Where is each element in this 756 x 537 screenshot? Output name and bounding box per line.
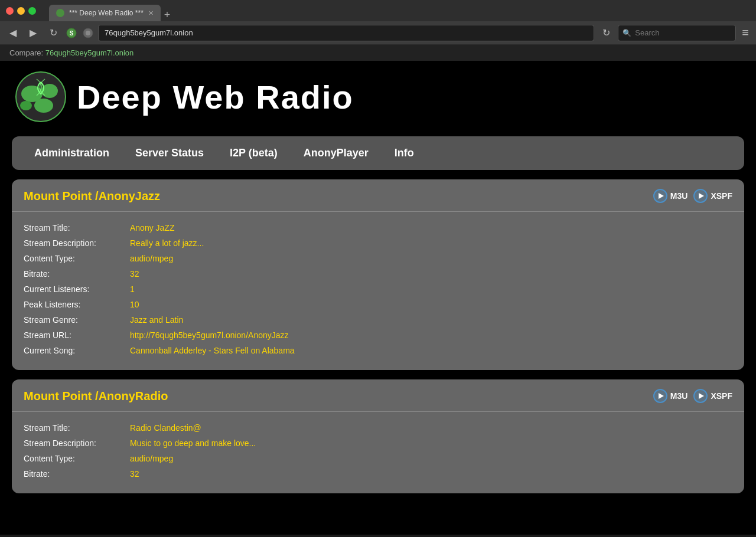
- maximize-window-button[interactable]: [28, 7, 36, 15]
- new-tab-button[interactable]: +: [161, 9, 174, 21]
- xspf-button-anony-radio[interactable]: XSPF: [693, 389, 732, 403]
- field-value: Music to go deep and make love...: [130, 438, 256, 448]
- field-label: Stream Description:: [24, 238, 130, 248]
- addon-icon-1: S: [65, 27, 78, 40]
- field-label: Content Type:: [24, 254, 130, 263]
- xspf-label-anony-jazz: XSPF: [711, 191, 732, 201]
- field-value: Jazz and Latin: [130, 315, 183, 325]
- table-row: Current Listeners: 1: [24, 281, 732, 297]
- nav-item-administration[interactable]: Administration: [21, 136, 122, 170]
- tab-close-button[interactable]: ✕: [148, 9, 154, 17]
- active-tab[interactable]: *** Deep Web Radio *** ✕: [49, 5, 161, 21]
- field-label: Stream Title:: [24, 223, 130, 233]
- field-label: Peak Listeners:: [24, 300, 130, 309]
- tab-bar: *** Deep Web Radio *** ✕ +: [49, 0, 750, 21]
- browser-toolbar: ◀ ▶ ↻ S ↻ 🔍 ≡: [0, 21, 756, 45]
- tab-favicon: [56, 9, 64, 17]
- mount-card-anony-jazz: Mount Point /AnonyJazz M3U: [12, 179, 744, 370]
- field-label: Bitrate:: [24, 469, 130, 479]
- nav-item-info[interactable]: Info: [382, 136, 427, 170]
- stream-url-link-anony-jazz[interactable]: http://76qugh5bey5gum7l.onion/AnonyJazz: [130, 330, 289, 340]
- addon-icon-2: [82, 27, 94, 40]
- table-row: Bitrate: 32: [24, 266, 732, 281]
- browser-chrome: *** Deep Web Radio *** ✕ + ◀ ▶ ↻ S ↻ 🔍: [0, 0, 756, 45]
- field-value: 32: [130, 269, 139, 279]
- field-label: Bitrate:: [24, 269, 130, 279]
- field-value: 32: [130, 469, 139, 479]
- table-row: Peak Listeners: 10: [24, 297, 732, 312]
- search-icon: 🔍: [623, 29, 631, 37]
- site-logo: [14, 70, 67, 123]
- mount-actions-anony-radio: M3U XSPF: [653, 389, 732, 403]
- field-label: Stream Genre:: [24, 315, 130, 325]
- field-value: Really a lot of jazz...: [130, 238, 204, 248]
- m3u-button-anony-jazz[interactable]: M3U: [653, 189, 688, 203]
- nav-item-i2p[interactable]: I2P (beta): [217, 136, 291, 170]
- field-label: Content Type:: [24, 454, 130, 463]
- field-value: Anony JaZZ: [130, 223, 174, 233]
- mount-actions-anony-jazz: M3U XSPF: [653, 189, 732, 203]
- site-title: Deep Web Radio: [77, 78, 354, 116]
- table-row: Stream URL: http://76qugh5bey5gum7l.onio…: [24, 328, 732, 343]
- nav-item-server-status[interactable]: Server Status: [122, 136, 217, 170]
- mount-card-anony-radio: Mount Point /AnonyRadio M3U: [12, 379, 744, 493]
- table-row: Content Type: audio/mpeg: [24, 451, 732, 466]
- browser-menu-button[interactable]: ≡: [739, 26, 751, 40]
- close-window-button[interactable]: [6, 7, 14, 15]
- field-value: audio/mpeg: [130, 254, 173, 263]
- nav-bar: Administration Server Status I2P (beta) …: [12, 136, 744, 170]
- mount-header-anony-radio: Mount Point /AnonyRadio M3U: [12, 379, 744, 412]
- refresh-button[interactable]: ↻: [598, 25, 614, 41]
- field-value: Cannonball Adderley - Stars Fell on Alab…: [130, 346, 295, 355]
- compare-url: 76qugh5bey5gum7l.onion: [45, 48, 134, 57]
- mount-title-anony-jazz: Mount Point /AnonyJazz: [24, 189, 160, 203]
- svg-point-8: [20, 101, 32, 110]
- table-row: Bitrate: 32: [24, 466, 732, 482]
- m3u-label-anony-jazz: M3U: [670, 191, 688, 201]
- svg-text:S: S: [70, 30, 74, 37]
- site-header: Deep Web Radio: [0, 61, 756, 129]
- m3u-button-anony-radio[interactable]: M3U: [653, 389, 688, 403]
- xspf-button-anony-jazz[interactable]: XSPF: [693, 189, 732, 203]
- minimize-window-button[interactable]: [17, 7, 25, 15]
- compare-label: Compare:: [9, 48, 43, 57]
- address-bar[interactable]: [98, 25, 594, 41]
- table-row: Stream Title: Radio Clandestin@: [24, 420, 732, 436]
- table-row: Stream Genre: Jazz and Latin: [24, 312, 732, 328]
- tab-label: *** Deep Web Radio ***: [69, 9, 144, 17]
- xspf-label-anony-radio: XSPF: [711, 391, 732, 401]
- field-value: 10: [130, 300, 139, 309]
- mount-body-anony-jazz: Stream Title: Anony JaZZ Stream Descript…: [12, 212, 744, 370]
- reload-button[interactable]: ↻: [45, 25, 61, 41]
- field-value: Radio Clandestin@: [130, 423, 201, 433]
- mount-body-anony-radio: Stream Title: Radio Clandestin@ Stream D…: [12, 412, 744, 493]
- field-label: Current Listeners:: [24, 284, 130, 294]
- search-wrapper: 🔍: [618, 25, 736, 41]
- traffic-lights: [6, 7, 36, 15]
- forward-button[interactable]: ▶: [25, 25, 41, 41]
- mount-title-anony-radio: Mount Point /AnonyRadio: [24, 389, 168, 403]
- nav-item-anonyplayer[interactable]: AnonyPlayer: [291, 136, 382, 170]
- field-value: audio/mpeg: [130, 454, 173, 463]
- svg-point-3: [86, 31, 90, 35]
- field-label: Stream URL:: [24, 330, 130, 340]
- field-label: Stream Title:: [24, 423, 130, 433]
- table-row: Content Type: audio/mpeg: [24, 251, 732, 266]
- browser-titlebar: *** Deep Web Radio *** ✕ +: [0, 0, 756, 21]
- field-value: 1: [130, 284, 135, 294]
- field-label: Stream Description:: [24, 438, 130, 448]
- page-content: Compare: 76qugh5bey5gum7l.onion Deep Web: [0, 45, 756, 535]
- table-row: Stream Description: Music to go deep and…: [24, 436, 732, 451]
- m3u-label-anony-radio: M3U: [670, 391, 688, 401]
- search-input[interactable]: [618, 25, 736, 41]
- table-row: Current Song: Cannonball Adderley - Star…: [24, 343, 732, 358]
- back-button[interactable]: ◀: [5, 25, 21, 41]
- compare-bar: Compare: 76qugh5bey5gum7l.onion: [0, 45, 756, 61]
- svg-point-7: [34, 99, 53, 113]
- mount-header-anony-jazz: Mount Point /AnonyJazz M3U: [12, 179, 744, 212]
- table-row: Stream Description: Really a lot of jazz…: [24, 235, 732, 251]
- table-row: Stream Title: Anony JaZZ: [24, 220, 732, 235]
- field-label: Current Song:: [24, 346, 130, 355]
